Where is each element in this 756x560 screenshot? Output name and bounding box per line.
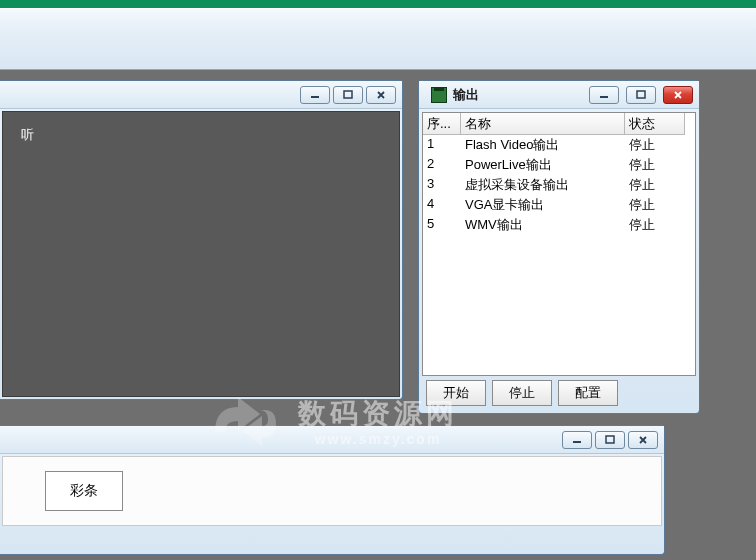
output-button-row: 开始 停止 配置 [422, 376, 696, 410]
svg-rect-0 [311, 96, 319, 98]
svg-rect-1 [344, 91, 352, 98]
minimize-button[interactable] [300, 86, 330, 104]
cell-status: 停止 [625, 175, 685, 195]
start-button[interactable]: 开始 [426, 380, 486, 406]
cell-name: 虚拟采集设备输出 [461, 175, 625, 195]
bottom-panel-titlebar [0, 426, 664, 454]
cell-name: Flash Video输出 [461, 135, 625, 155]
output-list[interactable]: 序... 名称 状态 1Flash Video输出停止2PowerLive输出停… [422, 112, 696, 376]
output-panel: 输出 序... 名称 状态 1Flash Video输出停止2PowerLive… [418, 80, 700, 414]
app-top-accent [0, 0, 756, 8]
col-status[interactable]: 状态 [625, 113, 685, 135]
cell-index: 5 [423, 215, 461, 235]
color-bars-button[interactable]: 彩条 [45, 471, 123, 511]
cell-status: 停止 [625, 155, 685, 175]
cell-index: 1 [423, 135, 461, 155]
preview-panel-body: 听 [2, 111, 400, 397]
config-button[interactable]: 配置 [558, 380, 618, 406]
table-row[interactable]: 1Flash Video输出停止 [423, 135, 695, 155]
output-panel-title: 输出 [453, 86, 479, 104]
cell-status: 停止 [625, 215, 685, 235]
maximize-button[interactable] [626, 86, 656, 104]
table-row[interactable]: 2PowerLive输出停止 [423, 155, 695, 175]
stop-button[interactable]: 停止 [492, 380, 552, 406]
cell-index: 3 [423, 175, 461, 195]
table-row[interactable]: 4VGA显卡输出停止 [423, 195, 695, 215]
bottom-panel: 彩条 [0, 425, 665, 555]
preview-panel-titlebar [0, 81, 402, 109]
output-app-icon [431, 87, 447, 103]
table-row[interactable]: 5WMV输出停止 [423, 215, 695, 235]
svg-rect-3 [637, 91, 645, 98]
cell-name: PowerLive输出 [461, 155, 625, 175]
cell-status: 停止 [625, 135, 685, 155]
preview-body-text: 听 [21, 127, 34, 142]
svg-rect-5 [606, 436, 614, 443]
bottom-panel-body: 彩条 [2, 456, 662, 526]
col-name[interactable]: 名称 [461, 113, 625, 135]
close-button[interactable] [366, 86, 396, 104]
output-list-header: 序... 名称 状态 [423, 113, 695, 135]
table-row[interactable]: 3虚拟采集设备输出停止 [423, 175, 695, 195]
app-ribbon-area [0, 8, 756, 70]
output-panel-title-left: 输出 [425, 86, 582, 104]
output-panel-content: 序... 名称 状态 1Flash Video输出停止2PowerLive输出停… [419, 109, 699, 413]
svg-rect-2 [600, 96, 608, 98]
close-button[interactable] [663, 86, 693, 104]
minimize-button[interactable] [562, 431, 592, 449]
preview-panel: 听 [0, 80, 403, 400]
cell-status: 停止 [625, 195, 685, 215]
minimize-button[interactable] [589, 86, 619, 104]
close-button[interactable] [628, 431, 658, 449]
cell-name: VGA显卡输出 [461, 195, 625, 215]
cell-index: 2 [423, 155, 461, 175]
col-index[interactable]: 序... [423, 113, 461, 135]
svg-rect-4 [573, 441, 581, 443]
maximize-button[interactable] [333, 86, 363, 104]
maximize-button[interactable] [595, 431, 625, 449]
cell-index: 4 [423, 195, 461, 215]
cell-name: WMV输出 [461, 215, 625, 235]
output-panel-titlebar: 输出 [419, 81, 699, 109]
